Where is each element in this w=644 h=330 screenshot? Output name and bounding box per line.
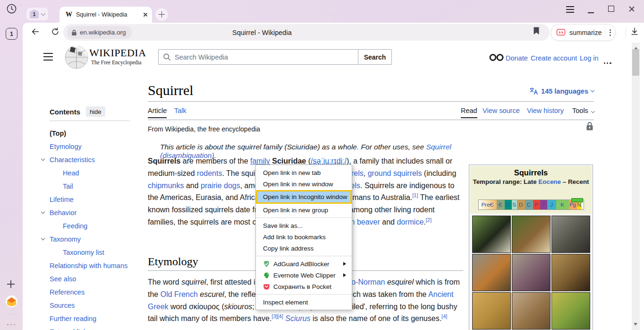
toc-item[interactable]: Tail bbox=[41, 180, 152, 193]
yandex-mail-icon[interactable] bbox=[5, 295, 18, 310]
chevron-down-icon[interactable] bbox=[41, 210, 45, 214]
new-tab-button[interactable] bbox=[155, 8, 168, 21]
user-menu-ellipsis[interactable] bbox=[604, 57, 613, 66]
black-giant-squirrel-photo[interactable] bbox=[472, 216, 511, 253]
timeline-period-Є[interactable]: Є bbox=[497, 200, 505, 209]
context-menu-item[interactable]: Evernote Web Clipper bbox=[256, 269, 352, 281]
minimize-button[interactable] bbox=[588, 12, 594, 13]
scroll-down-arrow[interactable] bbox=[634, 323, 637, 328]
tab-view-source[interactable]: View source bbox=[483, 107, 520, 114]
reference-link[interactable]: [1] bbox=[412, 192, 418, 198]
toc-item[interactable]: External links bbox=[41, 325, 152, 330]
timeline-period-T[interactable]: T bbox=[540, 200, 547, 209]
tab-tools[interactable]: Tools bbox=[572, 107, 594, 114]
wikipedia-globe-logo[interactable] bbox=[64, 44, 89, 72]
toc-item[interactable]: (Top) bbox=[41, 127, 152, 140]
back-button[interactable] bbox=[30, 26, 41, 39]
context-menu-item[interactable]: Open link in new group bbox=[256, 204, 352, 216]
wiki-hamburger-menu[interactable] bbox=[43, 53, 53, 62]
url-pill[interactable]: en.wikipedia.org bbox=[67, 26, 132, 39]
toc-item[interactable]: Taxonomy bbox=[41, 233, 152, 246]
inline-link[interactable]: family bbox=[250, 157, 270, 165]
reference-link[interactable]: [3][4] bbox=[271, 313, 283, 319]
timeline-period-PreЄ[interactable]: PreЄ bbox=[479, 200, 497, 209]
close-button[interactable] bbox=[628, 6, 635, 12]
toc-item[interactable]: Lifetime bbox=[41, 193, 152, 206]
context-menu-item[interactable]: Copy link address bbox=[256, 243, 352, 254]
tab-read[interactable]: Read bbox=[461, 107, 477, 114]
maximize-button[interactable] bbox=[608, 6, 614, 12]
timeline-period-O[interactable]: O bbox=[505, 200, 512, 209]
search-button[interactable]: Search bbox=[358, 49, 392, 65]
toc-hide-button[interactable]: hide bbox=[86, 106, 105, 117]
context-menu-item[interactable]: Open link in Incognito window bbox=[256, 190, 352, 204]
toc-item[interactable]: Characteristics bbox=[41, 153, 152, 166]
toc-item[interactable]: Taxonomy list bbox=[41, 246, 152, 259]
inline-link[interactable]: /səˈjuːrɪdiː/ bbox=[311, 157, 347, 165]
chevron-down-icon[interactable] bbox=[41, 236, 45, 240]
toc-item[interactable]: See also bbox=[41, 272, 152, 286]
reload-button[interactable] bbox=[51, 27, 60, 38]
summarize-button[interactable]: summarize bbox=[551, 24, 616, 41]
context-menu-item[interactable]: Add link to bookmarks bbox=[256, 231, 352, 243]
history-clock-icon[interactable] bbox=[6, 3, 17, 16]
tab-view-history[interactable]: View history bbox=[527, 107, 564, 114]
timeline-period-D[interactable]: D bbox=[517, 200, 525, 209]
donate-link[interactable]: Donate bbox=[506, 54, 528, 62]
inline-link[interactable]: Eocene bbox=[538, 178, 561, 185]
context-menu-item[interactable]: Open link in new tab bbox=[256, 167, 352, 178]
context-menu-item[interactable]: AdGuard AdBlocker bbox=[256, 258, 352, 269]
inline-link[interactable]: chipmunks bbox=[148, 182, 184, 190]
timeline-period-J[interactable]: J bbox=[547, 200, 556, 209]
timeline-period-C[interactable]: C bbox=[525, 200, 533, 209]
address-bar[interactable] bbox=[63, 24, 550, 41]
tab-close-icon[interactable] bbox=[143, 12, 147, 17]
fox-squirrel-photo[interactable] bbox=[472, 254, 511, 291]
gray-squirrel-photo[interactable] bbox=[551, 216, 590, 253]
tab-article[interactable]: Article bbox=[148, 107, 167, 114]
toc-item[interactable]: Etymology bbox=[41, 140, 152, 153]
timeline-period-S[interactable]: S bbox=[512, 200, 517, 209]
inline-link[interactable]: dormice bbox=[397, 218, 424, 226]
reference-link[interactable]: [4] bbox=[441, 313, 447, 319]
browser-tab[interactable]: W Squirrel - Wikipedia bbox=[59, 7, 152, 23]
standing-ground-squirrels-photo[interactable] bbox=[472, 292, 511, 330]
summarize-menu-icon[interactable] bbox=[610, 28, 611, 37]
hide-extension-icon[interactable] bbox=[489, 53, 504, 63]
rock-squirrel-photo[interactable] bbox=[551, 254, 590, 291]
toc-item[interactable]: Relationship with humans bbox=[41, 259, 152, 272]
page-scrollbar[interactable] bbox=[632, 43, 640, 330]
toc-item[interactable]: Behavior bbox=[41, 206, 152, 219]
prairie-dogs-photo[interactable] bbox=[551, 292, 590, 330]
inline-link[interactable]: ground squirrels bbox=[368, 169, 422, 177]
tab-group-pill[interactable]: 1 bbox=[26, 8, 48, 20]
toc-item[interactable]: References bbox=[41, 286, 152, 299]
inline-link[interactable]: prairie dogs bbox=[201, 182, 240, 190]
wikipedia-wordmark[interactable]: WIKIPEDIA bbox=[89, 47, 146, 59]
reference-link[interactable]: [2] bbox=[426, 217, 432, 223]
languages-selector[interactable]: 145 languages bbox=[529, 87, 594, 95]
chevron-down-icon[interactable] bbox=[41, 157, 45, 161]
context-menu-item[interactable]: Save link as... bbox=[256, 220, 352, 231]
scrollbar-thumb[interactable] bbox=[632, 49, 639, 76]
ground-squirrel-photo[interactable] bbox=[512, 254, 551, 291]
sidebar-more-button[interactable] bbox=[7, 319, 17, 327]
page-protection-lock-icon[interactable] bbox=[586, 122, 593, 133]
bookmark-icon[interactable] bbox=[533, 26, 540, 37]
inline-link[interactable]: Old French bbox=[161, 290, 198, 298]
create-account-link[interactable]: Create account bbox=[531, 54, 577, 62]
toc-item[interactable]: Feeding bbox=[41, 219, 152, 233]
toc-item[interactable]: Sources bbox=[41, 299, 152, 312]
sidebar-add-button[interactable] bbox=[7, 280, 15, 288]
inline-link[interactable]: Sciurus bbox=[285, 314, 310, 322]
downloads-button[interactable] bbox=[630, 26, 639, 38]
timeline-period-K[interactable]: K bbox=[556, 200, 569, 209]
context-menu-item[interactable]: Сохранить в Pocket bbox=[256, 281, 352, 292]
context-menu-item[interactable]: Inspect element bbox=[256, 296, 352, 308]
context-menu-item[interactable]: Open link in new window bbox=[256, 178, 352, 190]
chipmunk-photo[interactable] bbox=[512, 216, 551, 253]
tab-talk[interactable]: Talk bbox=[174, 107, 186, 114]
toc-item[interactable]: Further reading bbox=[41, 312, 152, 325]
inline-link[interactable]: rodents bbox=[197, 169, 222, 177]
toc-item[interactable]: Head bbox=[41, 166, 152, 180]
